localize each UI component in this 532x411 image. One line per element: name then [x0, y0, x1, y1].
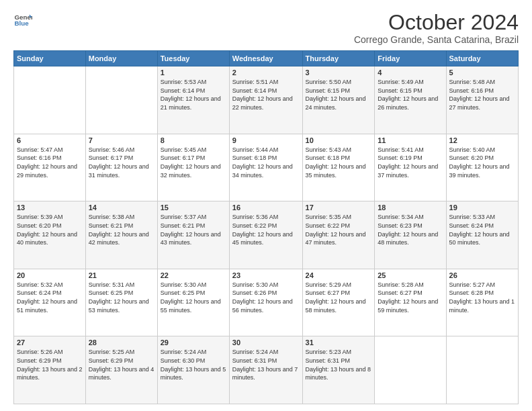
- calendar-cell: 11Sunrise: 5:41 AMSunset: 6:19 PMDayligh…: [375, 134, 446, 201]
- day-info: Sunrise: 5:37 AMSunset: 6:21 PMDaylight:…: [161, 213, 226, 246]
- day-header-thursday: Thursday: [302, 51, 375, 66]
- calendar-cell: 8Sunrise: 5:45 AMSunset: 6:17 PMDaylight…: [157, 134, 229, 201]
- calendar-cell: [85, 66, 157, 134]
- day-number: 9: [232, 136, 300, 144]
- day-header-tuesday: Tuesday: [157, 51, 229, 66]
- day-number: 12: [449, 136, 515, 144]
- calendar-cell: [446, 336, 518, 404]
- day-number: 10: [306, 136, 372, 144]
- day-info: Sunrise: 5:32 AMSunset: 6:24 PMDaylight:…: [17, 281, 83, 314]
- calendar-cell: 17Sunrise: 5:35 AMSunset: 6:22 PMDayligh…: [302, 201, 375, 269]
- day-info: Sunrise: 5:50 AMSunset: 6:15 PMDaylight:…: [306, 78, 372, 111]
- title-block: October 2024 Corrego Grande, Santa Catar…: [354, 11, 519, 45]
- calendar-cell: 6Sunrise: 5:47 AMSunset: 6:16 PMDaylight…: [14, 134, 86, 201]
- day-number: 5: [449, 68, 515, 77]
- calendar-cell: 1Sunrise: 5:53 AMSunset: 6:14 PMDaylight…: [157, 66, 229, 134]
- day-number: 4: [378, 68, 443, 77]
- calendar-cell: 15Sunrise: 5:37 AMSunset: 6:21 PMDayligh…: [157, 201, 229, 269]
- calendar-cell: 23Sunrise: 5:30 AMSunset: 6:26 PMDayligh…: [229, 269, 302, 336]
- day-number: 16: [232, 203, 300, 212]
- day-info: Sunrise: 5:25 AMSunset: 6:29 PMDaylight:…: [89, 348, 154, 381]
- day-number: 27: [17, 338, 83, 347]
- day-info: Sunrise: 5:46 AMSunset: 6:17 PMDaylight:…: [89, 146, 154, 179]
- logo: General Blue: [13, 11, 32, 30]
- calendar-cell: 21Sunrise: 5:31 AMSunset: 6:25 PMDayligh…: [85, 269, 157, 336]
- day-number: 1: [161, 68, 226, 77]
- calendar-week-1: 1Sunrise: 5:53 AMSunset: 6:14 PMDaylight…: [14, 66, 519, 134]
- calendar-cell: 12Sunrise: 5:40 AMSunset: 6:20 PMDayligh…: [446, 134, 518, 201]
- day-info: Sunrise: 5:41 AMSunset: 6:19 PMDaylight:…: [378, 146, 443, 179]
- day-info: Sunrise: 5:35 AMSunset: 6:22 PMDaylight:…: [306, 213, 372, 246]
- calendar-cell: 28Sunrise: 5:25 AMSunset: 6:29 PMDayligh…: [85, 336, 157, 404]
- day-header-friday: Friday: [375, 51, 446, 66]
- calendar-cell: 29Sunrise: 5:24 AMSunset: 6:30 PMDayligh…: [157, 336, 229, 404]
- calendar-cell: 18Sunrise: 5:34 AMSunset: 6:23 PMDayligh…: [375, 201, 446, 269]
- day-number: 17: [306, 203, 372, 212]
- subtitle: Corrego Grande, Santa Catarina, Brazil: [354, 34, 519, 45]
- day-info: Sunrise: 5:31 AMSunset: 6:25 PMDaylight:…: [89, 281, 154, 314]
- calendar-cell: 26Sunrise: 5:27 AMSunset: 6:28 PMDayligh…: [446, 269, 518, 336]
- calendar-week-3: 13Sunrise: 5:39 AMSunset: 6:20 PMDayligh…: [14, 201, 519, 269]
- day-number: 25: [378, 271, 443, 279]
- day-info: Sunrise: 5:26 AMSunset: 6:29 PMDaylight:…: [17, 348, 83, 381]
- calendar-cell: 24Sunrise: 5:29 AMSunset: 6:27 PMDayligh…: [302, 269, 375, 336]
- day-info: Sunrise: 5:43 AMSunset: 6:18 PMDaylight:…: [306, 146, 372, 179]
- day-info: Sunrise: 5:49 AMSunset: 6:15 PMDaylight:…: [378, 78, 443, 111]
- logo-icon: General Blue: [13, 11, 32, 30]
- day-number: 7: [89, 136, 154, 144]
- day-header-monday: Monday: [85, 51, 157, 66]
- day-number: 11: [378, 136, 443, 144]
- calendar-table: SundayMondayTuesdayWednesdayThursdayFrid…: [13, 50, 519, 404]
- calendar-cell: 14Sunrise: 5:38 AMSunset: 6:21 PMDayligh…: [85, 201, 157, 269]
- day-info: Sunrise: 5:28 AMSunset: 6:27 PMDaylight:…: [378, 281, 443, 314]
- day-info: Sunrise: 5:40 AMSunset: 6:20 PMDaylight:…: [449, 146, 515, 179]
- calendar-body: 1Sunrise: 5:53 AMSunset: 6:14 PMDaylight…: [14, 66, 519, 404]
- day-number: 31: [306, 338, 372, 347]
- day-info: Sunrise: 5:48 AMSunset: 6:16 PMDaylight:…: [449, 78, 515, 111]
- calendar-cell: [14, 66, 86, 134]
- page: General Blue October 2024 Corrego Grande…: [0, 0, 532, 411]
- day-header-wednesday: Wednesday: [229, 51, 302, 66]
- day-header-sunday: Sunday: [14, 51, 86, 66]
- day-number: 19: [449, 203, 515, 212]
- day-info: Sunrise: 5:24 AMSunset: 6:31 PMDaylight:…: [232, 348, 300, 381]
- day-number: 6: [17, 136, 83, 144]
- day-info: Sunrise: 5:33 AMSunset: 6:24 PMDaylight:…: [449, 213, 515, 246]
- day-number: 3: [306, 68, 372, 77]
- day-info: Sunrise: 5:30 AMSunset: 6:26 PMDaylight:…: [232, 281, 300, 314]
- main-title: October 2024: [354, 11, 519, 34]
- day-number: 2: [232, 68, 300, 77]
- day-number: 21: [89, 271, 154, 279]
- day-number: 8: [161, 136, 226, 144]
- calendar-cell: 27Sunrise: 5:26 AMSunset: 6:29 PMDayligh…: [14, 336, 86, 404]
- day-number: 15: [161, 203, 226, 212]
- day-number: 20: [17, 271, 83, 279]
- calendar-cell: 3Sunrise: 5:50 AMSunset: 6:15 PMDaylight…: [302, 66, 375, 134]
- day-number: 28: [89, 338, 154, 347]
- day-number: 26: [449, 271, 515, 279]
- day-info: Sunrise: 5:29 AMSunset: 6:27 PMDaylight:…: [306, 281, 372, 314]
- calendar-cell: 31Sunrise: 5:23 AMSunset: 6:31 PMDayligh…: [302, 336, 375, 404]
- calendar-cell: 16Sunrise: 5:36 AMSunset: 6:22 PMDayligh…: [229, 201, 302, 269]
- calendar-week-2: 6Sunrise: 5:47 AMSunset: 6:16 PMDaylight…: [14, 134, 519, 201]
- day-info: Sunrise: 5:34 AMSunset: 6:23 PMDaylight:…: [378, 213, 443, 246]
- day-number: 14: [89, 203, 154, 212]
- calendar-cell: 25Sunrise: 5:28 AMSunset: 6:27 PMDayligh…: [375, 269, 446, 336]
- calendar-cell: 13Sunrise: 5:39 AMSunset: 6:20 PMDayligh…: [14, 201, 86, 269]
- day-info: Sunrise: 5:23 AMSunset: 6:31 PMDaylight:…: [306, 348, 372, 381]
- header: General Blue October 2024 Corrego Grande…: [13, 11, 519, 45]
- day-number: 29: [161, 338, 226, 347]
- calendar-cell: 2Sunrise: 5:51 AMSunset: 6:14 PMDaylight…: [229, 66, 302, 134]
- day-info: Sunrise: 5:36 AMSunset: 6:22 PMDaylight:…: [232, 213, 300, 246]
- calendar-cell: 30Sunrise: 5:24 AMSunset: 6:31 PMDayligh…: [229, 336, 302, 404]
- day-info: Sunrise: 5:24 AMSunset: 6:30 PMDaylight:…: [161, 348, 226, 381]
- day-info: Sunrise: 5:27 AMSunset: 6:28 PMDaylight:…: [449, 281, 515, 314]
- calendar-cell: 9Sunrise: 5:44 AMSunset: 6:18 PMDaylight…: [229, 134, 302, 201]
- calendar-week-4: 20Sunrise: 5:32 AMSunset: 6:24 PMDayligh…: [14, 269, 519, 336]
- calendar-week-5: 27Sunrise: 5:26 AMSunset: 6:29 PMDayligh…: [14, 336, 519, 404]
- day-info: Sunrise: 5:47 AMSunset: 6:16 PMDaylight:…: [17, 146, 83, 179]
- day-header-saturday: Saturday: [446, 51, 518, 66]
- calendar-cell: 7Sunrise: 5:46 AMSunset: 6:17 PMDaylight…: [85, 134, 157, 201]
- calendar-cell: 20Sunrise: 5:32 AMSunset: 6:24 PMDayligh…: [14, 269, 86, 336]
- svg-text:Blue: Blue: [14, 19, 29, 27]
